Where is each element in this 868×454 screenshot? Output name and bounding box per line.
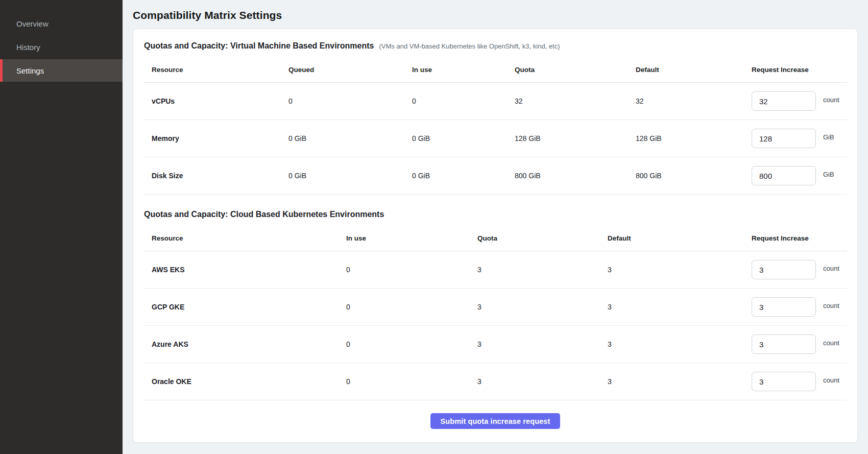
quota-value: 800 GiB: [515, 172, 636, 180]
queued-value: 0 GiB: [288, 172, 412, 180]
request-increase-input[interactable]: [752, 372, 816, 391]
resource-name: GCP GKE: [152, 303, 346, 311]
unit-label: count: [823, 96, 839, 104]
quota-value: 32: [515, 97, 636, 105]
request-increase-cell: count: [752, 260, 847, 279]
resource-name: Disk Size: [152, 172, 288, 180]
queued-value: 0 GiB: [288, 134, 412, 142]
vm-section-header: Quotas and Capacity: Virtual Machine Bas…: [143, 41, 847, 51]
active-accent-bar: [0, 59, 3, 82]
request-increase-input[interactable]: [752, 91, 816, 111]
cloud-quota-table: Resource In use Quota Default Request In…: [143, 222, 847, 400]
column-header-request-increase: Request Increase: [752, 66, 847, 74]
table-row: Disk Size 0 GiB 0 GiB 800 GiB 800 GiB Gi…: [143, 157, 847, 195]
sidebar-item-overview[interactable]: Overview: [0, 12, 123, 35]
request-increase-cell: count: [752, 372, 847, 391]
main-content: Compatibility Matrix Settings Quotas and…: [123, 0, 868, 454]
table-row: GCP GKE 0 3 3 count: [143, 289, 847, 326]
cloud-section-title: Quotas and Capacity: Cloud Based Kuberne…: [144, 210, 384, 219]
unit-label: count: [823, 339, 839, 347]
resource-name: Oracle OKE: [152, 377, 346, 386]
cloud-table-header: Resource In use Quota Default Request In…: [143, 222, 847, 251]
resource-name: vCPUs: [152, 97, 288, 105]
table-row: AWS EKS 0 3 3 count: [143, 251, 847, 289]
cloud-section-header: Quotas and Capacity: Cloud Based Kuberne…: [143, 210, 847, 219]
column-header-resource: Resource: [152, 234, 346, 242]
vm-quota-table: Resource Queued In use Quota Default Req…: [143, 54, 847, 195]
vm-section-title: Quotas and Capacity: Virtual Machine Bas…: [144, 41, 374, 51]
sidebar-item-settings[interactable]: Settings: [0, 59, 123, 82]
table-row: vCPUs 0 0 32 32 count: [143, 83, 847, 120]
request-increase-input[interactable]: [752, 334, 816, 354]
request-increase-cell: count: [752, 297, 847, 317]
quota-settings-card: Quotas and Capacity: Virtual Machine Bas…: [133, 29, 858, 443]
unit-label: count: [823, 265, 839, 272]
request-increase-cell: GiB: [752, 129, 847, 148]
sidebar-item-label: History: [16, 43, 40, 52]
default-value: 800 GiB: [636, 172, 752, 180]
in-use-value: 0 GiB: [412, 134, 515, 142]
request-increase-cell: count: [752, 334, 847, 354]
quota-value: 3: [477, 340, 608, 348]
unit-label: GiB: [823, 171, 834, 178]
column-header-default: Default: [608, 234, 752, 242]
app-root: Overview History Settings Compatibility …: [0, 0, 868, 454]
column-header-request-increase: Request Increase: [752, 234, 847, 242]
default-value: 32: [636, 97, 752, 105]
page-title: Compatibility Matrix Settings: [133, 9, 858, 21]
column-header-quota: Quota: [477, 234, 608, 242]
in-use-value: 0: [412, 97, 515, 105]
default-value: 3: [608, 303, 752, 311]
column-header-in-use: In use: [412, 66, 515, 74]
unit-label: count: [823, 302, 839, 309]
column-header-resource: Resource: [152, 66, 288, 74]
request-increase-cell: count: [752, 91, 847, 111]
vm-table-header: Resource Queued In use Quota Default Req…: [143, 54, 847, 83]
cloud-table-body: AWS EKS 0 3 3 count GCP GKE 0: [143, 251, 847, 400]
footer-actions: Submit quota increase request: [143, 400, 847, 432]
default-value: 3: [608, 377, 752, 386]
queued-value: 0: [288, 97, 412, 105]
request-increase-input[interactable]: [752, 166, 816, 185]
in-use-value: 0 GiB: [412, 172, 515, 180]
in-use-value: 0: [346, 377, 477, 386]
unit-label: GiB: [823, 133, 834, 141]
column-header-default: Default: [636, 66, 752, 74]
request-increase-input[interactable]: [752, 297, 816, 317]
sidebar: Overview History Settings: [0, 0, 123, 454]
unit-label: count: [823, 376, 839, 384]
default-value: 3: [608, 266, 752, 274]
quota-value: 128 GiB: [515, 134, 636, 142]
in-use-value: 0: [346, 266, 477, 274]
sidebar-item-history[interactable]: History: [0, 36, 123, 58]
in-use-value: 0: [346, 340, 477, 348]
sidebar-item-label: Settings: [16, 66, 44, 75]
column-header-in-use: In use: [346, 234, 477, 242]
quota-value: 3: [477, 303, 608, 311]
default-value: 128 GiB: [636, 134, 752, 142]
default-value: 3: [608, 340, 752, 348]
table-row: Oracle OKE 0 3 3 count: [143, 363, 847, 400]
column-header-queued: Queued: [288, 66, 412, 74]
column-header-quota: Quota: [515, 66, 636, 74]
sidebar-item-label: Overview: [16, 19, 49, 28]
table-row: Azure AKS 0 3 3 count: [143, 326, 847, 363]
resource-name: AWS EKS: [152, 266, 346, 274]
quota-value: 3: [477, 377, 608, 386]
submit-quota-increase-button[interactable]: Submit quota increase request: [430, 413, 561, 429]
request-increase-cell: GiB: [752, 166, 847, 185]
request-increase-input[interactable]: [752, 260, 816, 279]
vm-table-body: vCPUs 0 0 32 32 count Memory: [143, 83, 847, 195]
vm-section-subtitle: (VMs and VM-based Kubernetes like OpenSh…: [379, 42, 560, 50]
resource-name: Azure AKS: [152, 340, 346, 348]
request-increase-input[interactable]: [752, 129, 816, 148]
in-use-value: 0: [346, 303, 477, 311]
table-row: Memory 0 GiB 0 GiB 128 GiB 128 GiB GiB: [143, 120, 847, 157]
resource-name: Memory: [152, 134, 288, 142]
quota-value: 3: [477, 266, 608, 274]
